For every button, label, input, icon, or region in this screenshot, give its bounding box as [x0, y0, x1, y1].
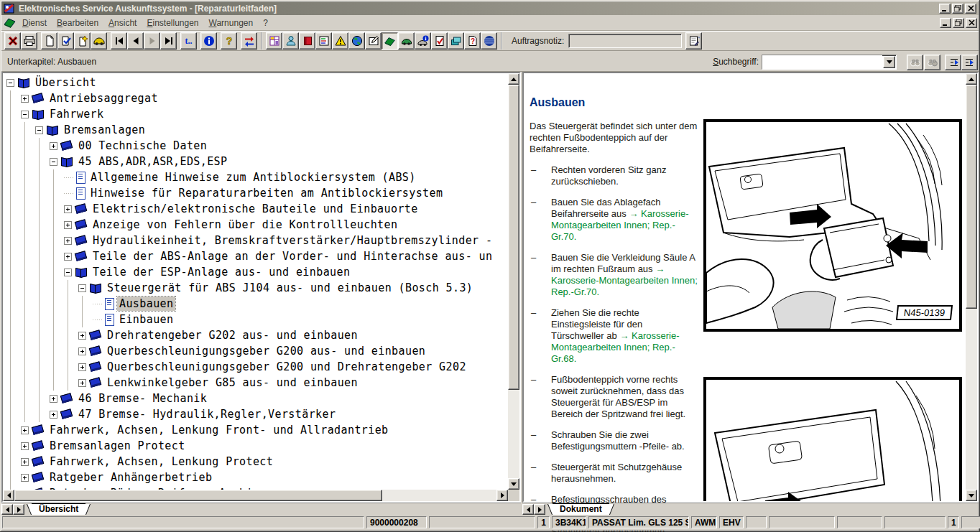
- menu-warnungen[interactable]: Warnungen: [204, 17, 259, 29]
- tree-item[interactable]: 47 Bremse- Hydraulik,Regler,Verstärker: [3, 406, 508, 422]
- tree-item[interactable]: Einbauen: [3, 312, 508, 327]
- scrollbar-thumb[interactable]: [508, 85, 519, 390]
- window-grid-button[interactable]: [266, 32, 282, 50]
- search-next-button[interactable]: [907, 55, 923, 70]
- expand-icon[interactable]: [21, 426, 29, 434]
- warning-button[interactable]: [332, 32, 348, 50]
- tree-item[interactable]: Elektrisch/elektronische Bauteile und Ei…: [3, 201, 508, 217]
- note-box-button[interactable]: [365, 32, 382, 50]
- tree-horizontal-scrollbar[interactable]: [3, 490, 508, 501]
- collapse-icon[interactable]: [64, 269, 72, 276]
- child-restore-button[interactable]: [953, 18, 964, 28]
- customer-button[interactable]: [282, 32, 299, 50]
- expand-icon[interactable]: [64, 237, 72, 245]
- car-green-button[interactable]: [398, 32, 415, 50]
- tree-item[interactable]: Anzeige von Fehlern über die Kontrollleu…: [3, 217, 508, 233]
- tree-item[interactable]: Steuergerät für ABS J104 aus- und einbau…: [3, 280, 508, 296]
- tree-item-selected[interactable]: Ausbauen: [3, 296, 508, 312]
- minimize-button[interactable]: [939, 4, 951, 14]
- info-button[interactable]: [200, 32, 217, 50]
- list-button[interactable]: [315, 32, 332, 50]
- suchbegriff-input[interactable]: [762, 55, 882, 69]
- tab-scroll-left-button[interactable]: [1, 504, 13, 515]
- scroll-up-button[interactable]: [966, 73, 977, 85]
- tab-dokument[interactable]: Dokument: [553, 503, 609, 515]
- tree-item[interactable]: Bremsanlagen: [3, 122, 508, 138]
- document-vertical-scrollbar[interactable]: [966, 73, 977, 501]
- document-question-button[interactable]: ?: [464, 32, 481, 50]
- tree-vertical-scrollbar[interactable]: [508, 73, 519, 490]
- scroll-down-button[interactable]: [966, 490, 977, 501]
- tab-scroll-right-button[interactable]: [534, 504, 545, 515]
- nav-next-button[interactable]: [144, 32, 160, 50]
- tree-item[interactable]: Teile der ESP-Anlage aus- und einbauen: [3, 264, 508, 280]
- menu-ansicht[interactable]: Ansicht: [103, 17, 142, 29]
- tab-scroll-right-button[interactable]: [13, 504, 24, 515]
- sphere-button[interactable]: [481, 32, 497, 50]
- car-info-button[interactable]: [415, 32, 431, 50]
- tree-item[interactable]: Allgemeine Hinweise zum Antiblockiersyst…: [3, 169, 508, 185]
- swap-arrows-button[interactable]: [241, 32, 257, 50]
- expand-icon[interactable]: [78, 347, 86, 355]
- combobox-dropdown-button[interactable]: [883, 56, 895, 68]
- repair-manual-button[interactable]: [299, 32, 315, 50]
- tab-uebersicht[interactable]: Übersicht: [32, 503, 85, 515]
- collapse-icon[interactable]: [50, 158, 57, 166]
- goto-next-hit-button[interactable]: [961, 55, 978, 70]
- tree-item[interactable]: Fahrwerk, Achsen, Lenkung Front- und All…: [3, 422, 508, 438]
- menu-einstellungen[interactable]: Einstellungen: [142, 17, 203, 29]
- tree-item[interactable]: Drehratengeber G202 aus- und einbauen: [3, 327, 508, 343]
- nav-first-button[interactable]: [111, 32, 127, 50]
- exit-button[interactable]: [4, 32, 21, 50]
- tree-item[interactable]: 46 Bremse- Mechanik: [3, 391, 508, 406]
- expand-icon[interactable]: [64, 253, 72, 261]
- expand-icon[interactable]: [78, 363, 86, 371]
- globe-button[interactable]: [348, 32, 365, 50]
- nav-previous-button[interactable]: [127, 32, 144, 50]
- tree-item[interactable]: Querbeschleunigungsgeber G200 und Drehra…: [3, 359, 508, 375]
- restore-button[interactable]: [952, 4, 963, 14]
- expand-icon[interactable]: [21, 95, 29, 103]
- tree-item[interactable]: Bremsanlagen Protect: [3, 438, 508, 454]
- child-minimize-button[interactable]: [940, 18, 951, 28]
- help-button[interactable]: ?: [221, 32, 237, 50]
- tree-item[interactable]: Antriebsaggregat: [3, 90, 508, 106]
- goto-previous-hit-button[interactable]: [945, 55, 961, 70]
- expand-icon[interactable]: [50, 142, 57, 150]
- scroll-up-button[interactable]: [508, 73, 519, 85]
- document-new-button[interactable]: [74, 32, 91, 50]
- tree-item[interactable]: 00 Technische Daten: [3, 138, 508, 154]
- document-check-button[interactable]: [57, 32, 74, 50]
- nav-last-button[interactable]: [160, 32, 177, 50]
- tree-item[interactable]: Fahrwerk, Achsen, Lenkung Protect: [3, 454, 508, 470]
- checklist-button[interactable]: [431, 32, 448, 50]
- tree-item[interactable]: Übersicht: [3, 75, 508, 90]
- scroll-right-button[interactable]: [496, 490, 508, 501]
- menu-help[interactable]: ?: [258, 17, 273, 29]
- expand-icon[interactable]: [64, 221, 72, 229]
- tree-item[interactable]: Fahrwerk: [3, 106, 508, 122]
- service-book-button[interactable]: [382, 32, 398, 50]
- scrollbar-thumb[interactable]: [14, 490, 382, 501]
- auftragsnotiz-input[interactable]: [568, 34, 682, 48]
- menu-bearbeiten[interactable]: Bearbeiten: [52, 17, 103, 29]
- tab-scroll-left-button[interactable]: [522, 504, 534, 515]
- expand-icon[interactable]: [50, 395, 57, 403]
- scroll-down-button[interactable]: [508, 478, 519, 490]
- print-button[interactable]: [21, 32, 37, 50]
- expand-icon[interactable]: [21, 458, 29, 466]
- expand-icon[interactable]: [64, 205, 72, 213]
- jump-back-button[interactable]: t..: [180, 32, 197, 50]
- tree-item[interactable]: Hinweise für Reparaturarbeiten am Antibl…: [3, 185, 508, 201]
- close-button[interactable]: [965, 4, 976, 14]
- collapse-icon[interactable]: [78, 284, 86, 292]
- search-previous-button[interactable]: [924, 55, 940, 70]
- collapse-icon[interactable]: [6, 79, 14, 87]
- tree-item[interactable]: 45 ABS,ADR,ASR,EDS,ESP: [3, 154, 508, 169]
- tree-item[interactable]: Ratgeber Anhängerbetrieb: [3, 470, 508, 485]
- expand-icon[interactable]: [78, 332, 86, 340]
- scrollbar-thumb[interactable]: [966, 85, 977, 309]
- tree-item[interactable]: Hydraulikeinheit, Bremskraftverstärker/H…: [3, 233, 508, 248]
- expand-icon[interactable]: [21, 474, 29, 482]
- new-document-button[interactable]: [41, 32, 57, 50]
